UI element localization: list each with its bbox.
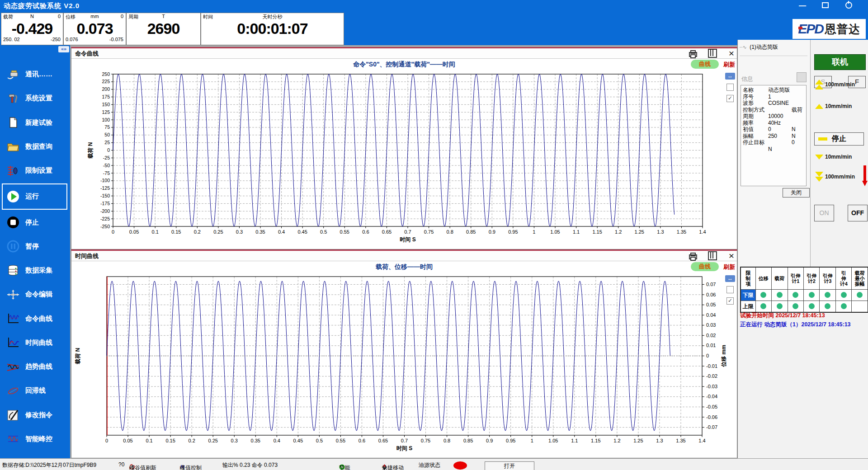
- info-group-label: 信息: [741, 75, 753, 83]
- checkbox-checked[interactable]: ✓: [726, 297, 734, 305]
- stop-minus-icon: [818, 137, 827, 141]
- open-button[interactable]: 打开: [485, 461, 534, 470]
- green-dot-indicator: [793, 303, 798, 309]
- svg-text:-0.01: -0.01: [706, 363, 717, 369]
- layout-columns-icon[interactable]: [708, 251, 717, 260]
- sidebar-item-stop[interactable]: 停止: [0, 211, 70, 235]
- svg-text:225: 225: [102, 79, 110, 84]
- green-dot-indicator: [809, 292, 815, 298]
- svg-text:0.75: 0.75: [421, 438, 430, 443]
- svg-text:0.95: 0.95: [506, 438, 515, 443]
- svg-text:-0.03: -0.03: [706, 384, 717, 389]
- svg-text:0.1: 0.1: [151, 229, 158, 235]
- svg-text:0.3: 0.3: [231, 438, 238, 443]
- curve-badge[interactable]: 曲线: [691, 60, 719, 69]
- off-button[interactable]: OFF: [848, 205, 868, 221]
- jog-up1-button[interactable]: 10mm/min: [815, 103, 852, 109]
- svg-text:0.2: 0.2: [194, 229, 201, 235]
- limit-status-cell: [772, 290, 788, 301]
- limit-row-lower[interactable]: 下限: [741, 290, 755, 301]
- svg-text:1.1: 1.1: [571, 438, 578, 443]
- limit-status-cell: [835, 290, 851, 301]
- sidebar-item-hysteresis[interactable]: 回滞线: [0, 379, 70, 403]
- sidebar-item-data-collect-db[interactable]: 数据采集: [0, 258, 70, 282]
- minimize-icon[interactable]: —: [796, 2, 809, 10]
- chart-subheader: 命令"S0"、控制通道"载荷"——时间 曲线 刷新: [71, 59, 737, 70]
- on-button[interactable]: ON: [814, 205, 834, 221]
- jog-up2-button[interactable]: 100mm/min: [815, 80, 855, 89]
- svg-text:0.2: 0.2: [188, 438, 195, 443]
- print-icon[interactable]: [688, 50, 696, 57]
- checkbox-checked[interactable]: ✓: [726, 95, 734, 102]
- limit-table: 限 制 项位移载荷引伸 计1引伸 计2引伸 计3引 伸 计4载荷 最小 振幅下限…: [740, 267, 868, 313]
- title-bar: 动态疲劳试验系统 V2.0 —: [0, 0, 868, 12]
- sidebar-collapse-icon[interactable]: «»: [58, 46, 69, 52]
- svg-text:0.15: 0.15: [171, 229, 181, 235]
- print-icon[interactable]: [688, 252, 696, 259]
- info-row: 序号1: [743, 94, 806, 100]
- oil-status-indicator: [453, 461, 467, 470]
- svg-text:0.35: 0.35: [251, 438, 260, 443]
- data-collect-db-icon: [6, 264, 20, 277]
- sidebar-item-new-test-doc[interactable]: 新建试验: [0, 111, 70, 135]
- sidebar-item-comm-plug[interactable]: 通讯……: [0, 62, 70, 86]
- tree-item-dynamic-program[interactable]: ┈∿ (1)动态简版: [740, 43, 807, 56]
- jog-down1-button[interactable]: 10mm/min: [815, 154, 852, 160]
- sidebar-item-data-query-folder[interactable]: 数据查询: [0, 135, 70, 159]
- sidebar-item-limit-setting[interactable]: 限制设置: [0, 159, 70, 183]
- sidebar-item-modify-command[interactable]: 修改指令: [0, 403, 70, 427]
- svg-text:0.6: 0.6: [359, 438, 365, 443]
- svg-text:25: 25: [104, 140, 110, 145]
- svg-text:0.04: 0.04: [706, 312, 716, 318]
- checkbox-unchecked[interactable]: [726, 84, 734, 91]
- pan-arrows-icon[interactable]: ↔: [725, 275, 735, 282]
- info-expand-button[interactable]: [797, 72, 807, 82]
- refresh-button[interactable]: 刷新: [723, 61, 735, 69]
- sidebar-item-command-curve[interactable]: 命令曲线: [0, 307, 70, 331]
- jog-stop-button[interactable]: 停止: [814, 132, 864, 146]
- running-status-text: 正在运行 动态简版（1）2025/12/7 18:45:13: [740, 321, 851, 329]
- svg-text:-0.02: -0.02: [706, 373, 717, 379]
- limit-status-cell: [852, 301, 868, 313]
- svg-text:0: 0: [107, 147, 110, 153]
- close-icon[interactable]: ×: [729, 252, 734, 260]
- svg-text:0.1: 0.1: [146, 438, 152, 443]
- svg-text:0.85: 0.85: [466, 229, 476, 235]
- pan-arrows-icon[interactable]: ↔: [725, 73, 735, 80]
- svg-text:0.45: 0.45: [297, 229, 307, 235]
- limit-status-cell: [803, 301, 819, 313]
- limit-status-cell: [788, 301, 803, 313]
- maximize-icon[interactable]: [818, 2, 832, 10]
- svg-text:0.05: 0.05: [706, 302, 716, 307]
- layout-columns-icon[interactable]: [708, 49, 717, 58]
- sidebar-item-pause[interactable]: 暂停: [0, 235, 70, 258]
- app-title: 动态疲劳试验系统 V2.0: [4, 2, 80, 10]
- svg-text:0.5: 0.5: [316, 438, 323, 443]
- sidebar-item-run-play[interactable]: 运行: [2, 183, 67, 209]
- green-dot-indicator: [793, 292, 798, 298]
- close-icon[interactable]: ×: [729, 49, 734, 57]
- trend-curve-icon: [6, 361, 20, 373]
- sidebar-item-time-curve[interactable]: 时间曲线: [0, 331, 70, 355]
- sidebar-item-trend-curve[interactable]: 趋势曲线: [0, 355, 70, 379]
- svg-text:0.25: 0.25: [208, 438, 217, 443]
- load-readout: 载荷N0 -0.429 250. 02-250: [1, 13, 63, 45]
- sidebar-item-smart-peak[interactable]: 智能峰控: [0, 427, 70, 451]
- limit-col-header: 引伸 计2: [803, 267, 819, 290]
- sidebar-item-command-edit[interactable]: 命令编辑: [0, 282, 70, 306]
- checkbox-unchecked[interactable]: [726, 286, 734, 293]
- down-arrow-icon: [815, 172, 823, 182]
- cycle-value: 2690: [127, 20, 200, 37]
- power-icon[interactable]: [842, 2, 855, 10]
- jog-down2-button[interactable]: 100mm/min: [815, 172, 855, 182]
- close-info-button[interactable]: 关闭: [783, 188, 810, 197]
- data-query-folder-icon: [6, 140, 20, 153]
- refresh-button[interactable]: 刷新: [723, 263, 735, 271]
- sidebar-item-system-tools[interactable]: 系统设置: [0, 86, 70, 110]
- online-button[interactable]: 联机: [814, 54, 866, 70]
- svg-text:载荷 N: 载荷 N: [87, 142, 94, 159]
- limit-row-upper[interactable]: 上限: [741, 301, 755, 313]
- curve-badge[interactable]: 曲线: [691, 262, 719, 271]
- svg-text:位移 mm: 位移 mm: [721, 345, 727, 367]
- command-load-time-chart: 00.050.10.150.20.250.30.350.40.450.50.55…: [71, 70, 737, 247]
